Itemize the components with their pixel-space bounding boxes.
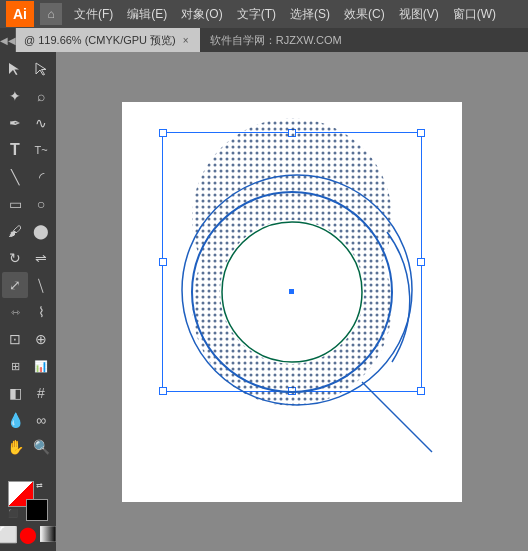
default-colors-icon[interactable]: ⬛ [8, 509, 20, 521]
ellipse-tool[interactable]: ○ [28, 191, 54, 217]
selection-tool[interactable] [2, 56, 28, 82]
magic-wand-tool[interactable]: ✦ [2, 83, 28, 109]
lasso-tool[interactable]: ⌕ [28, 83, 54, 109]
curvature-tool[interactable]: ∿ [28, 110, 54, 136]
menu-bar: 文件(F) 编辑(E) 对象(O) 文字(T) 选择(S) 效果(C) 视图(V… [68, 4, 502, 25]
mesh-tool[interactable]: # [28, 380, 54, 406]
blend-tool[interactable]: ∞ [28, 407, 54, 433]
gradient-tool[interactable]: ◧ [2, 380, 28, 406]
panel-collapse-button[interactable]: ◀◀ [0, 28, 16, 52]
graph-tool[interactable]: 📊 [28, 353, 54, 379]
shear-tool[interactable]: ⧹ [28, 272, 54, 298]
menu-view[interactable]: 视图(V) [393, 4, 445, 25]
zoom-tool[interactable]: 🔍 [28, 434, 54, 460]
menu-object[interactable]: 对象(O) [175, 4, 228, 25]
warp-tool[interactable]: ⌇ [28, 299, 54, 325]
hand-tool[interactable]: ✋ [2, 434, 28, 460]
type-on-path-tool[interactable]: T~ [28, 137, 54, 163]
menu-effect[interactable]: 效果(C) [338, 4, 391, 25]
color-btn[interactable]: ⬤ [19, 525, 37, 543]
home-button[interactable]: ⌂ [40, 3, 62, 25]
ai-logo: Ai [6, 1, 34, 27]
free-transform-tool[interactable]: ⊡ [2, 326, 28, 352]
scale-tool[interactable]: ⤢ [2, 272, 28, 298]
tab-close-button[interactable]: × [180, 34, 192, 46]
shape-builder-tool[interactable]: ⊕ [28, 326, 54, 352]
stroke-swatch[interactable] [26, 499, 48, 521]
document-tab[interactable]: @ 119.66% (CMYK/GPU 预览) × [16, 28, 200, 52]
line-tool[interactable]: ╲ [2, 164, 28, 190]
gradient-btn[interactable] [39, 525, 56, 543]
svg-rect-0 [40, 526, 56, 542]
menu-text[interactable]: 文字(T) [231, 4, 282, 25]
pen-tool[interactable]: ✒ [2, 110, 28, 136]
tab-label: @ 119.66% (CMYK/GPU 预览) [24, 33, 176, 48]
paintbrush-tool[interactable]: 🖌 [2, 218, 28, 244]
tab-bar: ◀◀ @ 119.66% (CMYK/GPU 预览) × 软件自学网：RJZXW… [0, 28, 528, 52]
rectangle-tool[interactable]: ▭ [2, 191, 28, 217]
none-fill-btn[interactable]: ⬜ [0, 525, 17, 543]
svg-rect-6 [289, 289, 294, 294]
extra-tools: ⬜ ⬤ [0, 525, 56, 543]
menu-file[interactable]: 文件(F) [68, 4, 119, 25]
site-info: 软件自学网：RJZXW.COM [200, 33, 352, 48]
title-bar: Ai ⌂ 文件(F) 编辑(E) 对象(O) 文字(T) 选择(S) 效果(C)… [0, 0, 528, 28]
main-area: ✦ ⌕ ✒ ∿ T T~ ╲ ◜ ▭ ○ 🖌 ⬤ ↻ ⇌ ⤢ ⧹ [0, 52, 528, 551]
perspective-grid-tool[interactable]: ⊞ [2, 353, 28, 379]
width-tool[interactable]: ⇿ [2, 299, 28, 325]
canvas-area[interactable] [56, 52, 528, 551]
rotate-tool[interactable]: ↻ [2, 245, 28, 271]
menu-select[interactable]: 选择(S) [284, 4, 336, 25]
menu-edit[interactable]: 编辑(E) [121, 4, 173, 25]
arc-tool[interactable]: ◜ [28, 164, 54, 190]
type-tool[interactable]: T [2, 137, 28, 163]
artwork-svg [122, 102, 462, 502]
swap-colors-icon[interactable]: ⇄ [36, 481, 48, 493]
fill-stroke-swatch[interactable]: ⇄ ⬛ [8, 481, 48, 521]
color-section: ⇄ ⬛ ⬜ ⬤ [0, 477, 56, 547]
artboard [122, 102, 462, 502]
toolbar: ✦ ⌕ ✒ ∿ T T~ ╲ ◜ ▭ ○ 🖌 ⬤ ↻ ⇌ ⤢ ⧹ [0, 52, 56, 551]
menu-window[interactable]: 窗口(W) [447, 4, 502, 25]
reflect-tool[interactable]: ⇌ [28, 245, 54, 271]
direct-selection-tool[interactable] [28, 56, 54, 82]
blob-brush-tool[interactable]: ⬤ [28, 218, 54, 244]
eyedropper-tool[interactable]: 💧 [2, 407, 28, 433]
